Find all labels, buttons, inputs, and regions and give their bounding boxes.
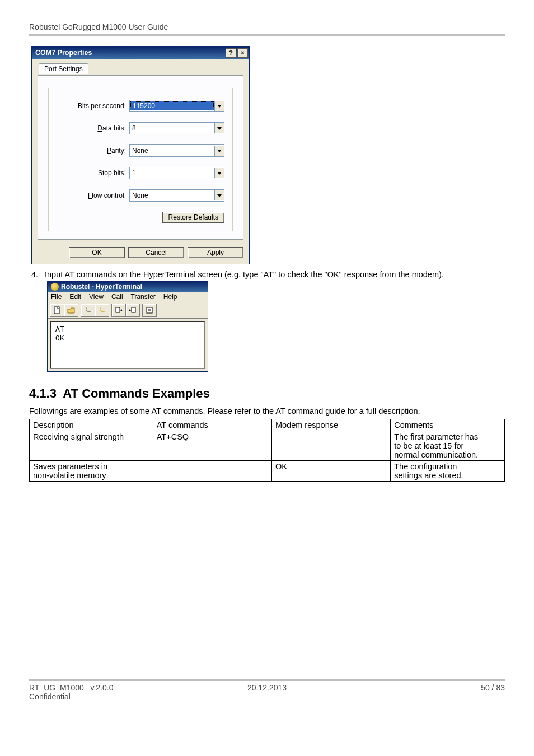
bits-per-second-select[interactable]: 115200 xyxy=(129,100,224,112)
table-row: Saves parameters in non-volatile memory … xyxy=(30,461,505,482)
dialog-titlebar[interactable]: COM7 Properties ? × xyxy=(32,46,249,59)
table-header-row: Description AT commands Modem response C… xyxy=(30,419,505,431)
label-bits-per-second: Bits per second: xyxy=(57,102,129,110)
ht-title-text: Robustel - HyperTerminal xyxy=(61,283,142,291)
menu-view[interactable]: View xyxy=(89,293,104,301)
ok-button[interactable]: OK xyxy=(69,247,125,258)
svg-marker-2 xyxy=(217,150,222,152)
hyperterminal-window: Robustel - HyperTerminal File Edit View … xyxy=(47,281,208,372)
open-icon[interactable] xyxy=(64,304,78,317)
parity-value: None xyxy=(130,147,214,155)
flow-control-select[interactable]: None xyxy=(129,189,224,202)
data-bits-value: 8 xyxy=(130,124,214,132)
help-icon[interactable]: ? xyxy=(226,48,236,58)
table-intro: Followings are examples of some AT comma… xyxy=(29,407,505,416)
cell-comments: The first parameter has to be at least 1… xyxy=(391,431,505,461)
ht-app-icon xyxy=(51,283,59,291)
footer-divider xyxy=(29,679,505,681)
at-commands-table: Description AT commands Modem response C… xyxy=(29,419,505,482)
col-command: AT commands xyxy=(153,419,271,431)
col-response: Modem response xyxy=(271,419,390,431)
cell-description: Saves parameters in non-volatile memory xyxy=(30,461,153,482)
dialog-title: COM7 Properties xyxy=(35,49,92,57)
label-flow-control: Flow control: xyxy=(57,192,129,199)
svg-rect-6 xyxy=(116,307,120,312)
apply-button[interactable]: Apply xyxy=(188,247,243,258)
properties-icon[interactable] xyxy=(142,304,157,317)
bits-per-second-value: 115200 xyxy=(130,101,214,110)
term-line: AT xyxy=(55,325,200,334)
call-icon[interactable] xyxy=(81,304,95,317)
terminal-output[interactable]: AT OK xyxy=(50,321,205,369)
com-properties-dialog: COM7 Properties ? × Port Settings Bits p… xyxy=(31,46,250,264)
page-footer: RT_UG_M1000 _v.2.0.0 20.12.2013 50 / 83 … xyxy=(29,679,505,701)
restore-defaults-button[interactable]: Restore Defaults xyxy=(162,212,224,223)
section-heading: 4.1.3 AT Commands Examples xyxy=(29,386,505,401)
footer-confidential: Confidential xyxy=(29,692,188,701)
menu-help[interactable]: Help xyxy=(163,293,177,301)
step-number: 4. xyxy=(29,270,38,279)
ht-titlebar[interactable]: Robustel - HyperTerminal xyxy=(48,282,208,292)
svg-marker-1 xyxy=(217,127,222,130)
close-icon[interactable]: × xyxy=(237,48,248,58)
chevron-down-icon[interactable] xyxy=(214,168,224,178)
col-description: Description xyxy=(30,419,153,431)
ht-menubar: File Edit View Call Transfer Help xyxy=(48,292,208,302)
stop-bits-select[interactable]: 1 xyxy=(129,167,224,179)
menu-call[interactable]: Call xyxy=(111,293,123,301)
menu-edit[interactable]: Edit xyxy=(69,293,81,301)
parity-select[interactable]: None xyxy=(129,144,224,157)
receive-icon[interactable] xyxy=(125,304,140,317)
cell-comments: The configuration settings are stored. xyxy=(391,461,505,482)
ht-toolbar xyxy=(48,302,208,319)
label-stop-bits: Stop bits: xyxy=(57,169,129,177)
svg-marker-3 xyxy=(217,172,222,175)
data-bits-select[interactable]: 8 xyxy=(129,122,224,134)
term-line: OK xyxy=(55,334,200,343)
footer-doc-id: RT_UG_M1000 _v.2.0.0 xyxy=(29,683,188,692)
header-divider xyxy=(29,34,505,36)
chevron-down-icon[interactable] xyxy=(214,190,224,200)
svg-rect-5 xyxy=(54,307,59,314)
step-text: Input AT commands on the HyperTerminal s… xyxy=(45,270,444,279)
settings-group: Bits per second: 115200 Data bits: 8 xyxy=(48,88,233,231)
flow-control-value: None xyxy=(130,192,214,199)
send-icon[interactable] xyxy=(111,304,126,317)
svg-rect-8 xyxy=(147,307,152,313)
page-header: Robustel GoRugged M1000 User Guide xyxy=(29,22,505,31)
col-comments: Comments xyxy=(391,419,505,431)
cell-command xyxy=(153,461,271,482)
cell-response xyxy=(271,431,390,461)
footer-page-number: 50 / 83 xyxy=(346,683,505,692)
cancel-button[interactable]: Cancel xyxy=(128,247,184,258)
step-4: 4. Input AT commands on the HyperTermina… xyxy=(29,270,505,279)
table-row: Receiving signal strength AT+CSQ The fir… xyxy=(30,431,505,461)
chevron-down-icon[interactable] xyxy=(214,101,224,111)
label-parity: Parity: xyxy=(57,147,129,155)
menu-file[interactable]: File xyxy=(51,293,62,301)
svg-marker-0 xyxy=(217,105,222,108)
svg-marker-4 xyxy=(217,194,222,197)
label-data-bits: Data bits: xyxy=(57,124,129,132)
cell-command: AT+CSQ xyxy=(153,431,271,461)
tab-page: Bits per second: 115200 Data bits: 8 xyxy=(38,75,243,240)
cell-response: OK xyxy=(271,461,390,482)
menu-transfer[interactable]: Transfer xyxy=(131,293,156,301)
tab-port-settings[interactable]: Port Settings xyxy=(39,63,88,74)
chevron-down-icon[interactable] xyxy=(214,146,224,156)
disconnect-icon[interactable] xyxy=(95,304,109,317)
footer-date: 20.12.2013 xyxy=(188,683,346,692)
cell-description: Receiving signal strength xyxy=(30,431,153,461)
stop-bits-value: 1 xyxy=(130,169,214,177)
chevron-down-icon[interactable] xyxy=(214,123,224,133)
svg-rect-7 xyxy=(132,307,135,312)
new-icon[interactable] xyxy=(50,304,64,317)
